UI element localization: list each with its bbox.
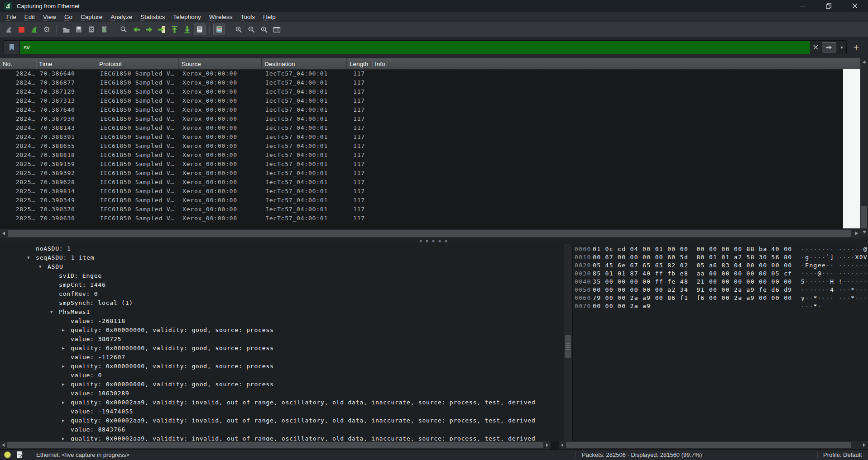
detail-line[interactable]: ▸quality: 0x00002aa9, validity: invalid,… [0,398,564,407]
profile-selector[interactable]: Profile: Default [823,451,862,458]
collapsed-arrow-icon[interactable]: ▸ [62,380,65,389]
scroll-thumb[interactable] [7,442,543,448]
filter-dropdown-icon[interactable]: ▾ [837,41,846,54]
packet-list-minimap[interactable] [843,69,860,228]
scroll-thumb[interactable] [861,206,867,228]
column-header-info[interactable]: Info [372,58,860,69]
filter-bookmark-icon[interactable] [4,41,20,54]
detail-line[interactable]: ▸quality: 0x00000000, validity: good, so… [0,380,564,389]
packet-row[interactable]: 2824…70.388655IEC61850 Sampled V…Xerox_0… [0,142,843,151]
menu-view[interactable]: View [39,13,60,21]
hex-row[interactable]: 000001 0c cd 04 00 01 00 00 00 00 00 00 … [573,245,868,253]
menu-analyze[interactable]: Analyze [106,13,136,21]
hex-hscrollbar[interactable] [559,441,868,449]
scroll-thumb[interactable] [566,442,851,448]
zoom-100-icon[interactable] [258,24,270,35]
reload-file-icon[interactable] [98,24,110,35]
collapsed-arrow-icon[interactable]: ▸ [62,344,65,353]
column-header-no[interactable]: No. [0,58,36,69]
hex-row[interactable]: 002005 45 6e 67 65 65 82 02 05 a6 83 04 … [573,261,868,270]
column-header-destination[interactable]: Destination [262,58,347,69]
menu-statistics[interactable]: Statistics [136,13,169,21]
column-header-source[interactable]: Source [179,58,262,69]
detail-line[interactable]: value: -19474055 [0,407,564,416]
hex-row[interactable]: 005000 00 00 00 00 00 a2 34 91 00 00 2a … [573,286,868,294]
packet-row[interactable]: 2824…70.387129IEC61850 Sampled V…Xerox_0… [0,87,843,96]
detail-line[interactable]: ▸quality: 0x00000000, validity: good, so… [0,326,564,335]
collapsed-arrow-icon[interactable]: ▸ [62,416,65,425]
hex-row[interactable]: 006079 00 00 2a a9 00 86 f1 f6 00 00 2a … [573,294,868,302]
menu-tools[interactable]: Tools [237,13,259,21]
packet-list-hscrollbar[interactable] [0,229,860,238]
goto-packet-icon[interactable] [156,24,168,35]
hex-row[interactable]: 007000 00 00 2a a9···*· [573,302,868,310]
detail-line[interactable]: confRev: 0 [0,289,564,299]
capture-comment-icon[interactable] [16,451,24,459]
detail-line[interactable]: ▸quality: 0x00002aa9, validity: invalid,… [0,434,564,441]
start-capture-icon[interactable] [3,24,14,35]
expanded-arrow-icon[interactable]: ▾ [50,308,53,317]
detail-line[interactable]: value: 10630289 [0,389,564,398]
packet-list-vscrollbar[interactable] [860,58,868,236]
scroll-right-icon[interactable] [853,229,860,238]
packet-row[interactable]: 2824…70.387930IEC61850 Sampled V…Xerox_0… [0,114,843,123]
details-hscrollbar[interactable] [0,441,551,449]
collapsed-arrow-icon[interactable]: ▸ [62,398,65,407]
column-header-protocol[interactable]: Protocol [96,58,179,69]
packet-row[interactable]: 2824…70.388143IEC61850 Sampled V…Xerox_0… [0,123,843,133]
collapsed-arrow-icon[interactable]: ▸ [62,362,65,371]
detail-line[interactable]: ▸quality: 0x00000000, validity: good, so… [0,362,564,371]
resize-columns-icon[interactable] [271,24,283,35]
pane-splitter[interactable]: ■ ■ ■ ■ ■ [0,238,868,244]
previous-packet-icon[interactable] [130,24,142,35]
detail-line[interactable]: value: 8843766 [0,425,564,434]
menu-telephony[interactable]: Telephony [169,13,205,21]
hex-row[interactable]: 003085 01 01 87 40 ff fb e8 aa 00 00 00 … [573,270,868,278]
menu-edit[interactable]: Edit [20,13,39,21]
filter-apply-icon[interactable] [821,41,837,54]
packet-row[interactable]: 2824…70.388818IEC61850 Sampled V…Xerox_0… [0,151,843,160]
packet-row[interactable]: 2825…70.390376IEC61850 Sampled V…Xerox_0… [0,205,843,214]
scroll-thumb[interactable] [8,230,851,237]
detail-line[interactable]: value: -268118 [0,317,564,326]
stop-capture-icon[interactable] [15,24,27,35]
packet-row[interactable]: 2825…70.390630IEC61850 Sampled V…Xerox_0… [0,214,843,223]
hex-row[interactable]: 004035 00 00 00 00 ff fe 48 21 00 00 00 … [573,278,868,286]
expanded-arrow-icon[interactable]: ▾ [27,253,30,262]
column-header-time[interactable]: Time [36,58,96,69]
menu-file[interactable]: File [2,13,20,21]
zoom-in-icon[interactable] [233,24,245,35]
last-packet-icon[interactable] [181,24,193,35]
packet-row[interactable]: 2825…70.389628IEC61850 Sampled V…Xerox_0… [0,178,843,187]
scroll-thumb[interactable] [565,335,571,358]
expanded-arrow-icon[interactable]: ▾ [39,262,42,271]
display-filter-input[interactable]: sv [20,41,810,54]
close-icon[interactable] [842,0,868,12]
packet-row[interactable]: 2824…70.387313IEC61850 Sampled V…Xerox_0… [0,96,843,105]
expert-info-icon[interactable] [4,451,11,458]
scroll-up-icon[interactable] [860,58,868,66]
scroll-left-icon[interactable] [559,441,566,449]
minimize-icon[interactable] [789,0,815,12]
first-packet-icon[interactable] [168,24,180,35]
scroll-left-icon[interactable] [0,441,7,449]
detail-line[interactable]: ▸quality: 0x00002aa9, validity: invalid,… [0,416,564,425]
detail-line[interactable]: noASDU: 1 [0,244,564,253]
find-packet-icon[interactable] [118,24,129,35]
detail-line[interactable]: value: 0 [0,371,564,380]
scroll-down-icon[interactable] [860,228,868,236]
packet-row[interactable]: 2825…70.389814IEC61850 Sampled V…Xerox_0… [0,187,843,196]
detail-line[interactable]: smpCnt: 1446 [0,280,564,289]
column-header-length[interactable]: Length [347,58,372,69]
detail-line[interactable]: ▾PhsMeas1 [0,308,564,317]
scroll-right-icon[interactable] [544,441,551,449]
colorize-packets-icon[interactable] [213,24,225,35]
detail-line[interactable]: ▸quality: 0x00000000, validity: good, so… [0,344,564,353]
zoom-out-icon[interactable] [245,24,257,35]
packet-row[interactable]: 2824…70.386640IEC61850 Sampled V…Xerox_0… [0,69,843,78]
menu-help[interactable]: Help [259,13,280,21]
restore-icon[interactable] [815,0,842,12]
next-packet-icon[interactable] [143,24,155,35]
save-file-icon[interactable] [73,24,85,35]
scroll-right-icon[interactable] [861,441,868,449]
